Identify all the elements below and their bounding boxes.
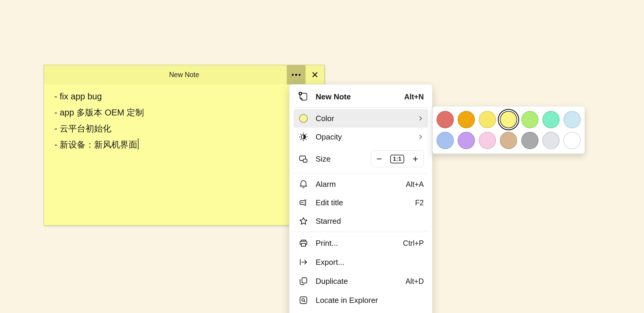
color-swatch-white[interactable] <box>563 132 581 149</box>
close-icon: ✕ <box>311 70 319 80</box>
menu-item-label: Opacity <box>316 132 410 142</box>
note-text-area[interactable]: - fix app bug- app 多版本 OEM 定制- 云平台初始化- 新… <box>44 84 324 153</box>
note-context-menu: New NoteAlt+NColorOpacitySize−1:1+AlarmA… <box>289 84 432 313</box>
color-swatch-light-blue[interactable] <box>563 111 581 128</box>
size-decrease-button[interactable]: − <box>377 154 382 164</box>
color-swatch-gray[interactable] <box>521 132 538 149</box>
opacity-icon <box>298 132 308 142</box>
menu-item-label: Edit title <box>316 198 408 207</box>
menu-item-print[interactable]: Print...Ctrl+P <box>294 234 428 253</box>
color-swatch-mint[interactable] <box>542 111 560 128</box>
color-picker-popup <box>432 106 585 154</box>
menu-item-shortcut: Alt+A <box>406 180 424 189</box>
menu-item-opacity[interactable]: Opacity <box>294 128 428 146</box>
size-icon <box>298 154 308 164</box>
menu-item-shortcut: Alt+D <box>405 277 424 286</box>
sticky-note[interactable]: New Note ✕ - fix app bug- app 多版本 OEM 定制… <box>44 65 325 226</box>
color-swatch-orange[interactable] <box>458 111 475 128</box>
menu-item-locate-in-explorer[interactable]: Locate in Explorer <box>294 291 428 310</box>
note-title: New Note <box>44 65 287 84</box>
menu-item-color[interactable]: Color <box>294 109 428 128</box>
menu-item-label: New Note <box>316 92 397 101</box>
color-swatch-light-gray[interactable] <box>542 132 560 149</box>
menu-item-label: Alarm <box>316 180 399 189</box>
menu-item-label: Locate in Explorer <box>316 296 424 305</box>
chevron-right-icon <box>417 134 424 140</box>
note-line: - app 多版本 OEM 定制 <box>54 104 315 120</box>
menu-item-label: Print... <box>316 239 396 248</box>
swatch-row <box>437 132 581 149</box>
duplicate-icon <box>298 276 308 286</box>
swatch-row <box>437 111 581 128</box>
menu-item-alarm[interactable]: AlarmAlt+A <box>294 175 428 193</box>
menu-item-size[interactable]: Size−1:1+ <box>294 146 428 172</box>
menu-item-edit-title[interactable]: Edit titleF2 <box>294 193 428 212</box>
menu-item-export[interactable]: Export... <box>294 253 428 272</box>
menu-item-label: Duplicate <box>316 277 398 286</box>
color-swatch-dark-yellow[interactable] <box>479 111 496 128</box>
menu-item-shortcut: F2 <box>415 198 424 207</box>
chevron-right-icon <box>417 115 424 122</box>
note-line: - fix app bug <box>54 88 315 104</box>
menu-separator <box>294 173 428 173</box>
note-line: - 新设备：新风机界面 <box>54 137 315 153</box>
text-caret <box>138 138 139 150</box>
locate-icon <box>298 295 308 305</box>
menu-item-label: Starred <box>316 217 424 226</box>
menu-separator <box>294 107 428 108</box>
new-note-icon <box>298 92 308 102</box>
more-options-button[interactable] <box>287 65 306 84</box>
menu-item-starred[interactable]: Starred <box>294 212 428 230</box>
note-line: - 云平台初始化 <box>54 120 315 137</box>
color-swatch-tan[interactable] <box>500 132 517 149</box>
size-reset-button[interactable]: 1:1 <box>390 155 404 163</box>
color-swatch-green[interactable] <box>521 111 538 128</box>
ellipsis-icon <box>292 74 294 76</box>
color-swatch-icon <box>298 113 308 123</box>
menu-separator <box>294 232 428 232</box>
color-swatch-yellow[interactable] <box>500 111 517 128</box>
color-swatch-blue[interactable] <box>437 132 454 149</box>
printer-icon <box>298 238 308 248</box>
edit-title-icon <box>298 198 308 208</box>
menu-item-shortcut: Alt+N <box>404 93 424 101</box>
menu-item-label: Size <box>316 154 364 164</box>
close-note-button[interactable]: ✕ <box>306 65 324 84</box>
color-swatch-red[interactable] <box>437 111 454 128</box>
star-icon <box>298 216 308 226</box>
bell-icon <box>298 179 308 189</box>
menu-item-shortcut: Ctrl+P <box>403 239 424 248</box>
color-swatch-pink[interactable] <box>479 132 496 149</box>
menu-item-label: Export... <box>316 258 424 267</box>
note-titlebar[interactable]: New Note ✕ <box>44 65 324 84</box>
export-icon <box>298 257 308 267</box>
menu-item-duplicate[interactable]: DuplicateAlt+D <box>294 272 428 291</box>
color-swatch-purple[interactable] <box>458 132 475 149</box>
menu-item-label: Color <box>316 114 410 123</box>
size-stepper[interactable]: −1:1+ <box>371 151 424 167</box>
size-increase-button[interactable]: + <box>412 154 418 164</box>
menu-item-new-note[interactable]: New NoteAlt+N <box>294 87 428 106</box>
